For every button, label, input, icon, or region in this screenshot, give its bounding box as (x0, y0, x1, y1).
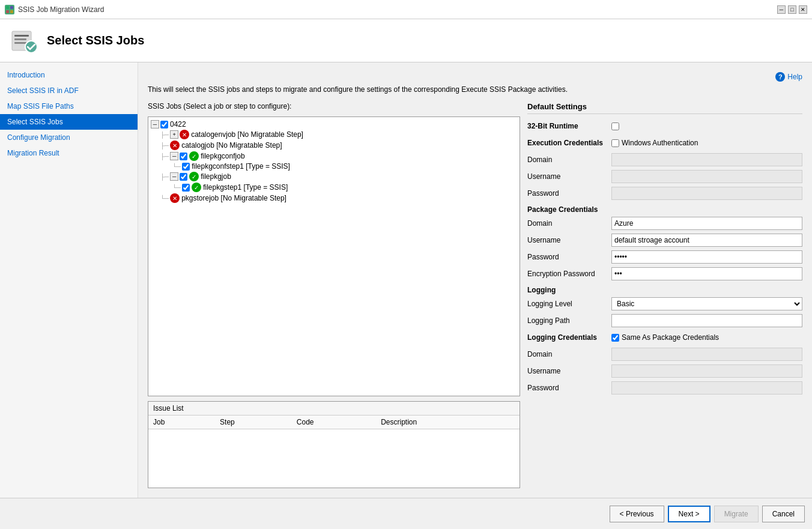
tree-item-catalogjob[interactable]: ├─ ✕ catalogjob [No Migratable Step] (151, 140, 517, 151)
svg-rect-3 (10, 10, 13, 13)
log-path-label: Logging Path (527, 316, 611, 325)
exec-cred-row: Execution Credentials Windows Authentica… (527, 136, 802, 150)
domain-input[interactable] (611, 153, 802, 166)
tree-label-filepkgconfjob: filepkgconfjob (201, 152, 244, 160)
password-row: Password (527, 186, 802, 201)
windows-auth-label: Windows Authentication (622, 139, 698, 147)
tree-label-root: 0422 (170, 120, 186, 128)
sidebar-item-select-jobs[interactable]: Select SSIS Jobs (0, 114, 138, 130)
issue-list-label: Issue List (148, 402, 520, 416)
username-label: Username (527, 172, 611, 181)
previous-button[interactable]: < Previous (610, 506, 664, 522)
status-icon-catalogjob: ✕ (170, 141, 180, 150)
wizard-sidebar: Introduction Select SSIS IR in ADF Map S… (0, 62, 138, 498)
checkbox-filepkgjob[interactable] (180, 173, 187, 181)
log-path-row: Logging Path (527, 313, 802, 328)
description: This will select the SSIS jobs and steps… (148, 85, 802, 94)
minimize-button[interactable]: ─ (777, 5, 786, 14)
log-password-label: Password (527, 384, 611, 392)
wizard-footer: < Previous Next > Migrate Cancel (0, 498, 812, 529)
runtime-checkbox[interactable] (611, 122, 619, 130)
tree-label-pkgstorejob: pkgstorejob [No Migratable Step] (181, 194, 286, 202)
checkbox-filepkgstep1[interactable] (182, 184, 190, 192)
sidebar-item-configure[interactable]: Configure Migration (0, 130, 138, 145)
app-title: SSIS Job Migration Wizard (18, 5, 104, 14)
log-password-input[interactable] (611, 381, 802, 394)
checkbox-filepkgconfstep1[interactable] (182, 163, 190, 171)
log-level-label: Logging Level (527, 300, 611, 308)
app-icon (5, 5, 14, 14)
expander-root[interactable]: ─ (151, 120, 159, 128)
log-username-input[interactable] (611, 364, 802, 378)
sidebar-item-select-ir[interactable]: Select SSIS IR in ADF (0, 83, 138, 98)
pkg-username-input[interactable] (611, 234, 802, 247)
tree-item-pkgstorejob[interactable]: └─ ✕ pkgstorejob [No Migratable Step] (151, 193, 517, 204)
password-input[interactable] (611, 187, 802, 200)
domain-label: Domain (527, 156, 611, 164)
tree-label-catalogjob: catalogjob [No Migratable Step] (181, 141, 282, 150)
migrate-button[interactable]: Migrate (714, 506, 759, 522)
tree-item-catalogenvjob[interactable]: ├─ + ✕ catalogenvjob [No Migratable Step… (151, 129, 517, 140)
tree-label-filepkgstep1: filepkgstep1 [Type = SSIS] (203, 183, 288, 192)
status-icon-filepkgconfjob: ✓ (189, 151, 199, 161)
log-username-row: Username (527, 364, 802, 378)
maximize-button[interactable]: □ (788, 5, 796, 14)
pkg-domain-input[interactable] (611, 217, 802, 230)
username-input[interactable] (611, 170, 802, 183)
pkg-password-input[interactable] (611, 250, 802, 264)
status-icon-filepkgstep1: ✓ (192, 183, 201, 192)
status-icon-catalogenvjob: ✕ (180, 130, 189, 139)
svg-rect-6 (14, 38, 26, 40)
pkg-domain-row: Domain (527, 216, 802, 231)
next-button[interactable]: Next > (668, 506, 710, 522)
log-level-select[interactable]: None Basic Performance Verbose (611, 297, 802, 310)
tree-label-filepkgconfstep1: filepkgconfstep1 [Type = SSIS] (192, 162, 290, 171)
close-button[interactable]: ✕ (799, 5, 807, 14)
tree-item-filepkgjob[interactable]: ├─ ─ ✓ filepkgjob (151, 171, 517, 182)
wizard-icon (10, 26, 38, 55)
same-as-pkg-label: Same As Package Credentials (622, 333, 719, 342)
issue-panel: Issue List Job Step Code Description (148, 401, 520, 488)
col-step: Step (215, 416, 292, 429)
domain-row: Domain (527, 153, 802, 167)
tree-label-catalogenvjob: catalogenvjob [No Migratable Step] (191, 130, 303, 139)
log-domain-input[interactable] (611, 348, 802, 361)
pkg-domain-label: Domain (527, 219, 611, 228)
wizard-header: Select SSIS Jobs (0, 19, 812, 62)
log-path-input[interactable] (611, 314, 802, 327)
col-description: Description (376, 416, 520, 429)
tree-label-filepkgjob: filepkgjob (201, 172, 231, 181)
status-icon-pkgstorejob: ✕ (170, 193, 180, 203)
pkg-password-label: Password (527, 253, 611, 261)
exec-cred-label: Execution Credentials (527, 139, 611, 147)
window-controls[interactable]: ─ □ ✕ (777, 5, 807, 14)
windows-auth-checkbox[interactable] (611, 139, 619, 147)
sidebar-item-result[interactable]: Migration Result (0, 145, 138, 161)
help-icon: ? (775, 72, 785, 82)
tree-item-filepkgstep1[interactable]: └─ ✓ filepkgstep1 [Type = SSIS] (151, 182, 517, 193)
tree-item-filepkgconfstep1[interactable]: └─ filepkgconfstep1 [Type = SSIS] (151, 162, 517, 171)
same-as-pkg-checkbox[interactable] (611, 334, 619, 342)
sidebar-item-introduction[interactable]: Introduction (0, 67, 138, 83)
cancel-button[interactable]: Cancel (762, 506, 805, 522)
col-job: Job (148, 416, 215, 429)
settings-header: Default Settings (527, 102, 802, 114)
tree-item-root[interactable]: ─ 0422 (151, 119, 517, 129)
tree-item-filepkgconfjob[interactable]: ├─ ─ ✓ filepkgconfjob (151, 151, 517, 162)
expander-filepkgjob[interactable]: ─ (170, 172, 178, 181)
help-label: Help (787, 73, 802, 81)
log-cred-label: Logging Credentials (527, 333, 611, 342)
log-password-row: Password (527, 381, 802, 395)
help-button[interactable]: ? Help (775, 72, 802, 82)
expander-catalogenvjob[interactable]: + (170, 130, 178, 139)
checkbox-filepkgconfjob[interactable] (180, 153, 187, 160)
log-username-label: Username (527, 367, 611, 375)
expander-filepkgconfjob[interactable]: ─ (170, 152, 178, 160)
checkbox-root[interactable] (160, 121, 168, 128)
enc-password-input[interactable] (611, 267, 802, 280)
enc-password-row: Encryption Password (527, 267, 802, 281)
sidebar-item-map-paths[interactable]: Map SSIS File Paths (0, 98, 138, 114)
enc-password-label: Encryption Password (527, 270, 611, 278)
status-icon-filepkgjob: ✓ (189, 172, 199, 181)
pkg-username-label: Username (527, 236, 611, 244)
